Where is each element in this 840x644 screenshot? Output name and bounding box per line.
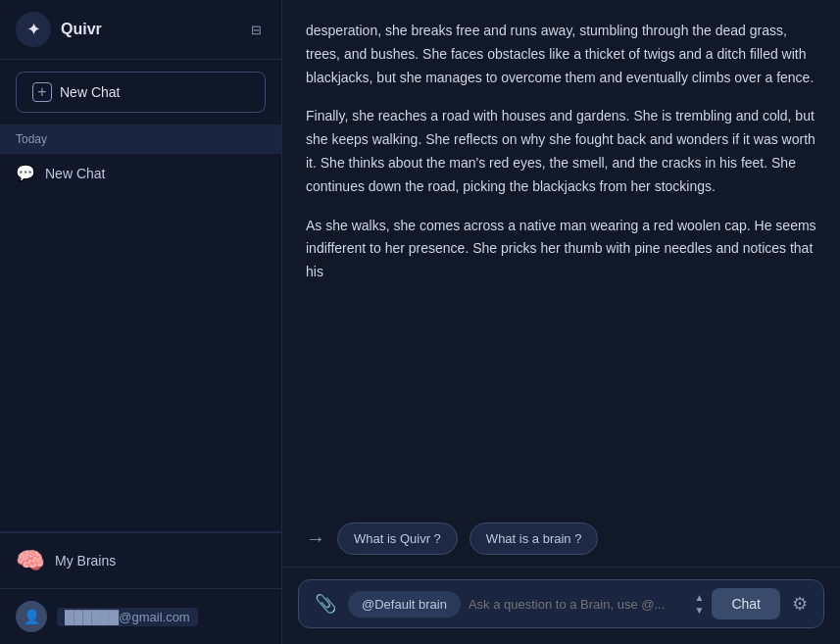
sidebar-chat-item[interactable]: 💬 New Chat	[0, 154, 281, 192]
quivr-logo-symbol: ✦	[26, 19, 41, 40]
message-3: As she walks, she comes across a native …	[306, 215, 816, 284]
attach-icon: 📎	[315, 593, 336, 615]
main-content: desperation, she breaks free and runs aw…	[282, 0, 840, 644]
chat-item-label: New Chat	[45, 166, 105, 181]
sidebar-header: ✦ Quivr ⊟	[0, 0, 281, 60]
arrow-right-icon: →	[306, 527, 325, 550]
my-brains-button[interactable]: 🧠 My Brains	[0, 532, 281, 588]
app-title: Quivr	[61, 21, 102, 38]
chat-input[interactable]	[469, 597, 687, 612]
sidebar-logo: ✦ Quivr	[16, 12, 102, 47]
message-1: desperation, she breaks free and runs aw…	[306, 20, 816, 89]
logo-icon: ✦	[16, 12, 51, 47]
arrow-up-icon: ▲	[695, 592, 705, 603]
my-brains-label: My Brains	[55, 553, 116, 569]
new-chat-button[interactable]: + New Chat	[16, 72, 266, 113]
message-2: Finally, she reaches a road with houses …	[306, 105, 816, 198]
suggestion-chip-2[interactable]: What is a brain ?	[469, 522, 599, 555]
attach-button[interactable]: 📎	[311, 589, 340, 619]
sidebar-section-today: Today	[0, 124, 281, 154]
input-area: 📎 @Default brain ▲ ▼ Chat ⚙	[282, 567, 840, 644]
user-info: 👤 ██████@gmail.com	[0, 588, 281, 644]
brain-selector[interactable]: @Default brain	[348, 591, 461, 618]
sidebar: ✦ Quivr ⊟ + New Chat Today 💬 New Chat 🧠 …	[0, 0, 282, 644]
sidebar-toggle-button[interactable]: ⊟	[247, 19, 266, 41]
brain-selector-label: @Default brain	[362, 597, 447, 612]
input-container: 📎 @Default brain ▲ ▼ Chat ⚙	[298, 579, 824, 628]
settings-button[interactable]: ⚙	[788, 589, 812, 619]
suggestions-area: → What is Quivr ? What is a brain ?	[282, 511, 840, 567]
send-button[interactable]: Chat	[712, 588, 780, 619]
input-arrows[interactable]: ▲ ▼	[695, 592, 705, 616]
avatar-icon: 👤	[24, 609, 40, 624]
gear-icon: ⚙	[792, 593, 808, 615]
sidebar-footer: 🧠 My Brains 👤 ██████@gmail.com	[0, 531, 281, 644]
toggle-icon: ⊟	[251, 23, 262, 37]
plus-icon: +	[32, 82, 52, 102]
arrow-down-icon: ▼	[695, 605, 705, 616]
user-email: ██████@gmail.com	[57, 608, 198, 626]
chat-messages[interactable]: desperation, she breaks free and runs aw…	[282, 0, 840, 511]
brain-icon: 🧠	[16, 547, 45, 574]
new-chat-label: New Chat	[60, 84, 120, 100]
chat-bubble-icon: 💬	[16, 164, 35, 182]
user-avatar: 👤	[16, 601, 47, 632]
suggestion-chip-1[interactable]: What is Quivr ?	[337, 522, 458, 555]
